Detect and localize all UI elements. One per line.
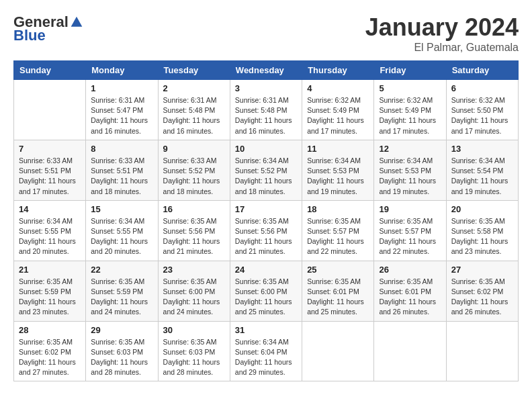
table-row: [302, 321, 374, 381]
col-thursday: Thursday: [302, 61, 374, 80]
day-info: Sunrise: 6:35 AMSunset: 6:00 PMDaylight:…: [235, 277, 297, 318]
day-info: Sunrise: 6:34 AMSunset: 6:04 PMDaylight:…: [235, 337, 297, 378]
day-number: 12: [379, 144, 441, 154]
table-row: 9 Sunrise: 6:33 AMSunset: 5:52 PMDayligh…: [158, 140, 230, 200]
day-info: Sunrise: 6:35 AMSunset: 5:57 PMDaylight:…: [307, 216, 369, 257]
svg-marker-0: [71, 17, 83, 27]
col-friday: Friday: [374, 61, 446, 80]
day-number: 27: [451, 265, 513, 275]
day-number: 1: [91, 83, 152, 93]
table-row: 19 Sunrise: 6:35 AMSunset: 5:57 PMDaylig…: [374, 200, 446, 261]
table-row: 26 Sunrise: 6:35 AMSunset: 6:01 PMDaylig…: [374, 261, 446, 321]
table-row: 13 Sunrise: 6:34 AMSunset: 5:54 PMDaylig…: [446, 140, 518, 200]
table-row: 15 Sunrise: 6:34 AMSunset: 5:55 PMDaylig…: [86, 200, 158, 261]
day-number: 14: [19, 204, 81, 214]
day-info: Sunrise: 6:31 AMSunset: 5:47 PMDaylight:…: [91, 95, 152, 136]
day-info: Sunrise: 6:35 AMSunset: 6:03 PMDaylight:…: [91, 337, 152, 378]
table-row: 23 Sunrise: 6:35 AMSunset: 6:00 PMDaylig…: [158, 261, 230, 321]
day-info: Sunrise: 6:34 AMSunset: 5:53 PMDaylight:…: [379, 156, 441, 197]
table-row: 20 Sunrise: 6:35 AMSunset: 5:58 PMDaylig…: [446, 200, 518, 261]
table-row: 5 Sunrise: 6:32 AMSunset: 5:49 PMDayligh…: [374, 80, 446, 140]
day-info: Sunrise: 6:35 AMSunset: 6:03 PMDaylight:…: [163, 337, 225, 378]
table-row: [446, 321, 518, 381]
day-number: 3: [235, 83, 297, 93]
day-number: 21: [19, 265, 81, 275]
calendar-week-row: 21 Sunrise: 6:35 AMSunset: 5:59 PMDaylig…: [14, 261, 519, 321]
day-info: Sunrise: 6:33 AMSunset: 5:52 PMDaylight:…: [163, 156, 225, 197]
title-section: January 2024 El Palmar, Guatemala: [365, 13, 519, 54]
table-row: 4 Sunrise: 6:32 AMSunset: 5:49 PMDayligh…: [302, 80, 374, 140]
logo-icon: [70, 15, 83, 29]
day-number: 16: [163, 204, 225, 214]
day-info: Sunrise: 6:34 AMSunset: 5:52 PMDaylight:…: [235, 156, 297, 197]
calendar-table: Sunday Monday Tuesday Wednesday Thursday…: [13, 60, 519, 381]
day-info: Sunrise: 6:35 AMSunset: 5:56 PMDaylight:…: [163, 216, 225, 257]
table-row: 24 Sunrise: 6:35 AMSunset: 6:00 PMDaylig…: [230, 261, 302, 321]
day-number: 15: [91, 204, 152, 214]
table-row: 18 Sunrise: 6:35 AMSunset: 5:57 PMDaylig…: [302, 200, 374, 261]
day-number: 19: [379, 204, 441, 214]
logo: General Blue: [13, 13, 83, 44]
day-info: Sunrise: 6:35 AMSunset: 5:56 PMDaylight:…: [235, 216, 297, 257]
day-info: Sunrise: 6:35 AMSunset: 5:58 PMDaylight:…: [451, 216, 513, 257]
day-info: Sunrise: 6:31 AMSunset: 5:48 PMDaylight:…: [235, 95, 297, 136]
day-number: 2: [163, 83, 225, 93]
day-info: Sunrise: 6:33 AMSunset: 5:51 PMDaylight:…: [19, 156, 81, 197]
table-row: 27 Sunrise: 6:35 AMSunset: 6:02 PMDaylig…: [446, 261, 518, 321]
day-number: 24: [235, 265, 297, 275]
table-row: 10 Sunrise: 6:34 AMSunset: 5:52 PMDaylig…: [230, 140, 302, 200]
day-number: 9: [163, 144, 225, 154]
day-info: Sunrise: 6:35 AMSunset: 6:02 PMDaylight:…: [451, 277, 513, 318]
day-number: 23: [163, 265, 225, 275]
day-number: 18: [307, 204, 369, 214]
calendar-header-row: Sunday Monday Tuesday Wednesday Thursday…: [14, 61, 519, 80]
page-header: General Blue January 2024 El Palmar, Gua…: [13, 13, 519, 54]
col-monday: Monday: [86, 61, 158, 80]
day-info: Sunrise: 6:33 AMSunset: 5:51 PMDaylight:…: [91, 156, 152, 197]
day-info: Sunrise: 6:34 AMSunset: 5:55 PMDaylight:…: [91, 216, 152, 257]
table-row: 8 Sunrise: 6:33 AMSunset: 5:51 PMDayligh…: [86, 140, 158, 200]
col-wednesday: Wednesday: [230, 61, 302, 80]
day-info: Sunrise: 6:35 AMSunset: 6:01 PMDaylight:…: [379, 277, 441, 318]
calendar-week-row: 1 Sunrise: 6:31 AMSunset: 5:47 PMDayligh…: [14, 80, 519, 140]
calendar-week-row: 14 Sunrise: 6:34 AMSunset: 5:55 PMDaylig…: [14, 200, 519, 261]
table-row: 25 Sunrise: 6:35 AMSunset: 6:01 PMDaylig…: [302, 261, 374, 321]
day-info: Sunrise: 6:34 AMSunset: 5:55 PMDaylight:…: [19, 216, 81, 257]
day-number: 31: [235, 325, 297, 335]
day-info: Sunrise: 6:32 AMSunset: 5:49 PMDaylight:…: [379, 95, 441, 136]
day-number: 20: [451, 204, 513, 214]
day-info: Sunrise: 6:35 AMSunset: 5:59 PMDaylight:…: [91, 277, 152, 318]
day-number: 28: [19, 325, 81, 335]
day-number: 17: [235, 204, 297, 214]
day-info: Sunrise: 6:31 AMSunset: 5:48 PMDaylight:…: [163, 95, 225, 136]
col-tuesday: Tuesday: [158, 61, 230, 80]
table-row: 2 Sunrise: 6:31 AMSunset: 5:48 PMDayligh…: [158, 80, 230, 140]
day-info: Sunrise: 6:32 AMSunset: 5:49 PMDaylight:…: [307, 95, 369, 136]
day-info: Sunrise: 6:35 AMSunset: 6:01 PMDaylight:…: [307, 277, 369, 318]
day-number: 13: [451, 144, 513, 154]
day-number: 11: [307, 144, 369, 154]
col-sunday: Sunday: [14, 61, 86, 80]
table-row: 17 Sunrise: 6:35 AMSunset: 5:56 PMDaylig…: [230, 200, 302, 261]
table-row: 16 Sunrise: 6:35 AMSunset: 5:56 PMDaylig…: [158, 200, 230, 261]
table-row: 11 Sunrise: 6:34 AMSunset: 5:53 PMDaylig…: [302, 140, 374, 200]
day-number: 22: [91, 265, 152, 275]
table-row: 14 Sunrise: 6:34 AMSunset: 5:55 PMDaylig…: [14, 200, 86, 261]
calendar-week-row: 7 Sunrise: 6:33 AMSunset: 5:51 PMDayligh…: [14, 140, 519, 200]
table-row: 22 Sunrise: 6:35 AMSunset: 5:59 PMDaylig…: [86, 261, 158, 321]
calendar-week-row: 28 Sunrise: 6:35 AMSunset: 6:02 PMDaylig…: [14, 321, 519, 381]
table-row: 21 Sunrise: 6:35 AMSunset: 5:59 PMDaylig…: [14, 261, 86, 321]
table-row: 1 Sunrise: 6:31 AMSunset: 5:47 PMDayligh…: [86, 80, 158, 140]
location-title: El Palmar, Guatemala: [365, 42, 519, 54]
day-number: 4: [307, 83, 369, 93]
day-number: 6: [451, 83, 513, 93]
table-row: [14, 80, 86, 140]
table-row: [374, 321, 446, 381]
table-row: 7 Sunrise: 6:33 AMSunset: 5:51 PMDayligh…: [14, 140, 86, 200]
table-row: 29 Sunrise: 6:35 AMSunset: 6:03 PMDaylig…: [86, 321, 158, 381]
day-number: 25: [307, 265, 369, 275]
day-number: 5: [379, 83, 441, 93]
month-title: January 2024: [365, 13, 519, 42]
table-row: 28 Sunrise: 6:35 AMSunset: 6:02 PMDaylig…: [14, 321, 86, 381]
day-info: Sunrise: 6:35 AMSunset: 5:59 PMDaylight:…: [19, 277, 81, 318]
